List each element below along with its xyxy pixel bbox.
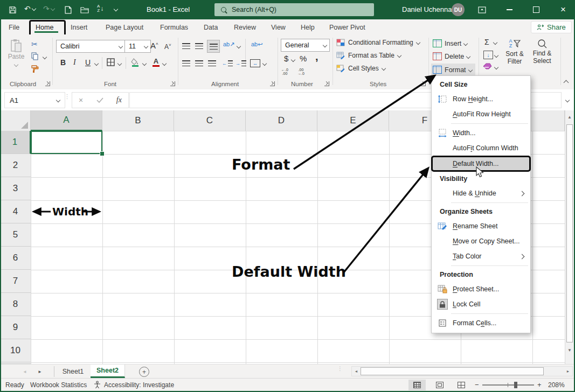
minimize-button[interactable]	[498, 0, 520, 19]
align-right-icon[interactable]	[208, 60, 216, 66]
tab-page-layout[interactable]: Page Layout	[106, 22, 143, 33]
sort-ascending-icon[interactable]: AZ ↓	[97, 4, 103, 13]
tab-formulas[interactable]: Formulas	[160, 22, 188, 33]
zoom-out-button[interactable]: −	[475, 381, 479, 389]
underline-dropdown-chevron[interactable]	[94, 61, 99, 66]
format-as-table-button[interactable]: Format as Table	[336, 52, 401, 59]
menu-item-width[interactable]: Width...	[432, 125, 530, 141]
delete-cells-button[interactable]: Delete	[433, 52, 470, 60]
fill-button[interactable]: ↓	[483, 51, 493, 59]
quick-access-customize-chevron[interactable]	[114, 8, 117, 11]
increase-decimal-button[interactable]: ←.0 .00	[281, 68, 288, 75]
clear-dropdown-chevron[interactable]	[494, 65, 498, 69]
tab-file[interactable]: File	[9, 22, 19, 33]
tab-help[interactable]: Help	[301, 22, 315, 33]
view-normal-button[interactable]	[408, 380, 426, 390]
close-button[interactable]: ×	[551, 0, 575, 19]
align-middle-icon[interactable]	[195, 43, 203, 49]
increase-indent-icon[interactable]: →	[235, 60, 246, 66]
enter-icon[interactable]	[96, 97, 103, 103]
clipboard-dialog-launcher[interactable]	[45, 81, 50, 86]
column-header-c[interactable]: C	[174, 110, 246, 131]
autosum-dropdown-chevron[interactable]	[493, 40, 497, 45]
find-select-button[interactable]: Find & Select	[529, 39, 555, 65]
scroll-right-icon[interactable]: ►	[564, 367, 572, 376]
tab-insert[interactable]: Insert	[71, 22, 87, 33]
scroll-down-icon[interactable]: ▼	[565, 344, 574, 356]
borders-icon[interactable]	[107, 58, 115, 66]
number-dialog-launcher[interactable]	[324, 81, 329, 86]
format-painter-icon[interactable]	[31, 65, 39, 73]
formula-bar-resize-handle[interactable]: ⋮	[64, 95, 70, 98]
format-cells-menu-button[interactable]: Format	[431, 64, 475, 76]
scroll-up-icon[interactable]: ▲	[565, 110, 574, 123]
font-color-dropdown-chevron[interactable]	[162, 61, 167, 66]
horizontal-scrollbar-thumb[interactable]	[361, 367, 544, 375]
alignment-dialog-launcher[interactable]	[270, 81, 275, 86]
vertical-scrollbar-thumb[interactable]	[566, 124, 573, 342]
row-header-8[interactable]: 8	[0, 293, 31, 316]
column-header-e[interactable]: E	[317, 110, 389, 131]
workbook-statistics-button[interactable]: Workbook Statistics	[30, 381, 87, 389]
row-header-6[interactable]: 6	[0, 247, 31, 270]
menu-item-autofit-column-width[interactable]: AutoFit Column Width	[432, 141, 530, 156]
sort-filter-button[interactable]: AZ Sort & Filter	[503, 39, 526, 65]
font-family-select[interactable]: Calibri	[56, 40, 127, 53]
align-top-icon[interactable]	[182, 43, 190, 49]
font-dialog-launcher[interactable]	[170, 81, 175, 86]
ribbon-display-options-button[interactable]	[476, 5, 487, 15]
column-header-a[interactable]: A	[31, 110, 102, 131]
align-left-icon[interactable]	[182, 60, 190, 66]
decrease-font-size-button[interactable]: A˅	[164, 43, 171, 51]
number-format-select[interactable]: General	[281, 39, 330, 52]
add-sheet-button[interactable]: +	[139, 367, 149, 377]
tab-sheet1[interactable]: Sheet1	[56, 365, 91, 378]
font-size-select[interactable]: 11	[124, 40, 151, 53]
fill-handle[interactable]	[100, 151, 105, 156]
italic-button[interactable]: I	[73, 58, 76, 67]
redo-button[interactable]: ↷	[43, 4, 54, 13]
decrease-indent-icon[interactable]: ←	[222, 60, 233, 66]
share-button[interactable]: Share	[531, 21, 572, 33]
column-header-b[interactable]: B	[102, 110, 174, 131]
row-header-3[interactable]: 3	[0, 177, 31, 200]
insert-cells-button[interactable]: Insert	[433, 39, 467, 47]
accounting-dropdown-chevron[interactable]	[291, 58, 295, 62]
fill-color-icon[interactable]	[131, 58, 140, 67]
autosum-button[interactable]: Σ	[484, 38, 489, 46]
new-file-icon[interactable]	[64, 5, 72, 15]
comma-style-button[interactable]: ,	[315, 51, 318, 63]
row-header-10[interactable]: 10	[0, 339, 31, 362]
borders-dropdown-chevron[interactable]	[117, 61, 122, 66]
cut-icon[interactable]: ✂	[31, 40, 38, 48]
bold-button[interactable]: B	[60, 58, 66, 67]
copy-icon[interactable]	[31, 52, 39, 60]
row-header-5[interactable]: 5	[0, 223, 31, 247]
search-input[interactable]: Search (Alt+Q)	[214, 3, 374, 16]
row-header-9[interactable]: 9	[0, 316, 31, 339]
menu-item-row-height[interactable]: Row Height...	[432, 92, 530, 107]
tab-view[interactable]: View	[271, 22, 286, 33]
vertical-scrollbar[interactable]: ▲ ▼	[565, 110, 574, 364]
cancel-icon[interactable]: ×	[79, 96, 83, 104]
font-color-icon[interactable]: A	[153, 57, 160, 67]
orientation-icon[interactable]: ab↗	[223, 41, 234, 48]
formula-bar-expand-chevron[interactable]	[565, 98, 570, 102]
user-name[interactable]: Daniel Uchenna	[402, 5, 452, 13]
open-file-icon[interactable]	[80, 5, 89, 15]
menu-item-format-cells[interactable]: Format Cells...	[432, 316, 530, 331]
merge-center-icon[interactable]: ↔	[250, 59, 260, 67]
menu-item-rename-sheet[interactable]: Rename Sheet	[432, 219, 530, 234]
decrease-decimal-button[interactable]: .00 →.0	[297, 68, 304, 75]
avatar[interactable]: DU	[452, 3, 465, 16]
underline-button[interactable]: U	[85, 58, 91, 67]
copy-dropdown-chevron[interactable]	[43, 55, 47, 59]
select-all-button[interactable]	[0, 110, 31, 131]
zoom-in-button[interactable]: +	[537, 381, 542, 389]
fill-color-dropdown-chevron[interactable]	[142, 61, 147, 66]
conditional-formatting-button[interactable]: Conditional Formatting	[336, 39, 420, 46]
menu-item-hide-unhide[interactable]: Hide & Unhide	[432, 186, 530, 201]
wrap-text-icon[interactable]: ab↩	[251, 41, 262, 48]
zoom-slider-thumb[interactable]	[514, 382, 517, 388]
cell-styles-button[interactable]: Cell Styles	[336, 65, 385, 72]
